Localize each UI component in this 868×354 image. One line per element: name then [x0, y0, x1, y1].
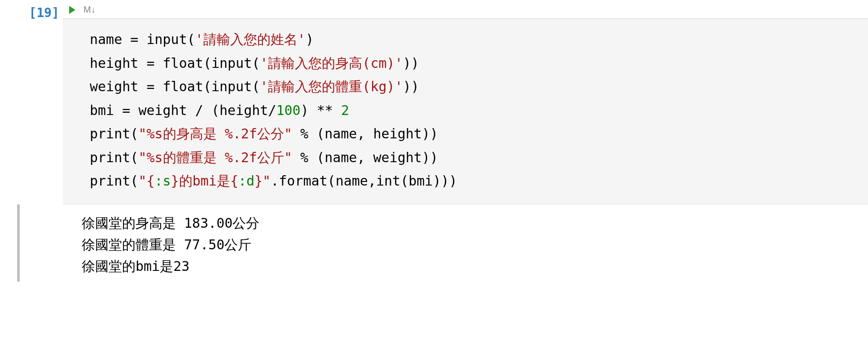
code-token: (: [203, 79, 211, 94]
code-token: /: [195, 102, 211, 118]
output-container: 徐國堂的身高是 183.00公分 徐國堂的體重是 77.50公斤 徐國堂的bmi…: [0, 204, 868, 282]
code-token: %.2f: [225, 126, 257, 142]
code-token: ): [306, 31, 314, 47]
code-token: weight: [90, 79, 146, 94]
code-token: (: [203, 55, 211, 71]
execution-count: [19]: [29, 5, 59, 20]
prompt-column: [19]: [0, 0, 63, 204]
code-token: 100: [276, 102, 300, 118]
code-token: (height: [211, 102, 268, 118]
code-token: 是: [217, 173, 230, 189]
code-token: "{: [138, 173, 154, 189]
code-token: :s: [155, 173, 171, 189]
code-token: 的體重是: [163, 150, 225, 165]
code-token: input: [211, 55, 252, 71]
output-gutter: [17, 204, 80, 282]
code-token: %.2f: [225, 150, 257, 165]
code-token: (: [130, 126, 138, 142]
code-token: 公分": [257, 126, 292, 142]
code-token: 的: [179, 173, 193, 189]
code-token: float: [163, 55, 203, 71]
code-token: =: [122, 102, 138, 118]
code-token: (name, weight)): [316, 150, 438, 165]
code-token: (: [252, 55, 260, 71]
code-token: )): [403, 79, 419, 94]
code-token: 公斤": [257, 150, 292, 165]
code-token: height: [90, 55, 146, 71]
code-token: 2: [341, 102, 349, 118]
code-token: input: [211, 79, 252, 94]
cell-toolbar: M↓: [63, 0, 868, 19]
code-token: '請輸入您的身高(cm)': [260, 55, 403, 71]
code-token: print: [90, 126, 130, 142]
code-token: (name, height)): [316, 126, 438, 142]
code-token: (bmi))): [400, 173, 457, 189]
code-token: .format(name,: [271, 173, 376, 189]
output-line: 徐國堂的體重是 77.50公斤: [82, 237, 251, 252]
code-token: print: [90, 173, 130, 189]
output-line: 徐國堂的bmi是23: [82, 258, 189, 274]
code-token: }: [171, 173, 179, 189]
markdown-toggle[interactable]: M↓: [83, 4, 96, 15]
code-token: /: [268, 102, 276, 118]
code-token: %: [292, 126, 316, 142]
code-token: (: [130, 173, 138, 189]
code-token: bmi: [90, 102, 122, 118]
code-token: weight: [138, 102, 195, 118]
code-token: name: [90, 31, 130, 47]
cell-output: 徐國堂的身高是 183.00公分 徐國堂的體重是 77.50公斤 徐國堂的bmi…: [80, 204, 264, 282]
code-token: **: [317, 102, 341, 118]
code-token: =: [130, 31, 146, 47]
code-token: '請輸入您的姓名': [195, 31, 306, 47]
code-token: print: [90, 150, 130, 165]
code-editor[interactable]: name = input('請輸入您的姓名') height = float(i…: [63, 19, 868, 204]
code-token: bmi: [193, 173, 217, 189]
code-token: )): [403, 55, 419, 71]
code-token: int: [376, 173, 400, 189]
code-token: float: [163, 79, 203, 94]
code-token: ): [301, 102, 317, 118]
code-token: "%s: [138, 126, 162, 142]
code-token: '請輸入您的體重(kg)': [260, 79, 403, 94]
code-token: %: [292, 150, 316, 165]
output-line: 徐國堂的身高是 183.00公分: [82, 215, 259, 231]
code-token: =: [146, 79, 162, 94]
code-token: (: [187, 31, 195, 47]
notebook-cell: [19] M↓ name = input('請輸入您的姓名') height =…: [0, 0, 868, 204]
code-token: (: [252, 79, 260, 94]
code-token: }": [254, 173, 271, 189]
run-icon[interactable]: [69, 6, 75, 14]
code-token: =: [146, 55, 162, 71]
code-token: (: [130, 150, 138, 165]
code-token: 的身高是: [163, 126, 225, 142]
code-token: input: [146, 31, 187, 47]
code-token: :d: [238, 173, 254, 189]
code-token: "%s: [138, 150, 162, 165]
code-token: {: [230, 173, 238, 189]
cell-body: M↓ name = input('請輸入您的姓名') height = floa…: [63, 0, 868, 204]
